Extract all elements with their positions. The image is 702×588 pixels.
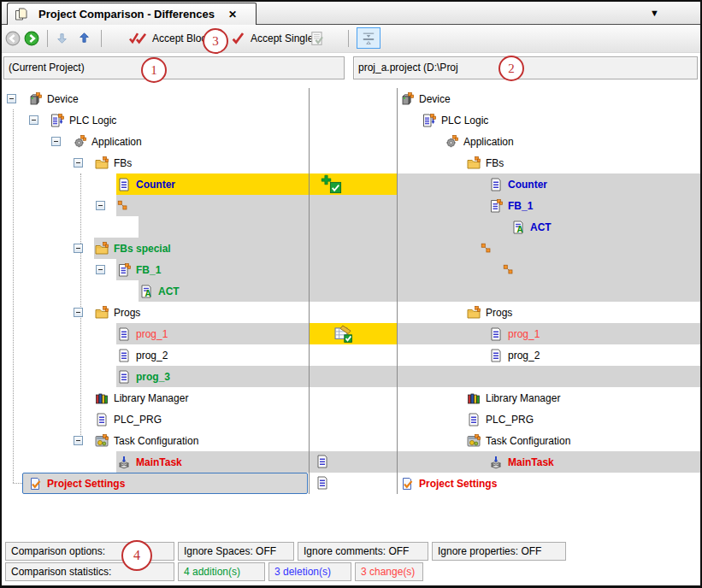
task-configuration-icon (467, 434, 481, 448)
document-check-icon (310, 31, 325, 46)
fb-pou-icon (117, 263, 131, 277)
table-row[interactable]: FB_1 (2, 259, 700, 280)
accept-block-button[interactable]: Accept Block (128, 31, 211, 45)
table-row[interactable]: prog_3 (2, 366, 700, 387)
collapse-expander[interactable] (74, 244, 83, 253)
move-down-button[interactable] (55, 31, 69, 45)
project-settings-icon (400, 477, 414, 491)
compare-documents-icon (15, 8, 28, 21)
document-icon (316, 455, 329, 468)
table-row[interactable]: MainTask MainTask (2, 451, 700, 473)
table-row[interactable]: PLC_PRG PLC_PRG (2, 409, 700, 430)
table-row[interactable]: prog_2 prog_2 (2, 344, 700, 366)
collapse-expander[interactable] (74, 158, 83, 168)
comparison-statistics-label: Comparison statistics: (5, 562, 174, 581)
ignore-comments-status: Ignore comments: OFF (298, 542, 428, 561)
single-check-icon (231, 31, 245, 45)
collapse-expander[interactable] (74, 436, 83, 445)
toolbar: Accept Block Accept Single (2, 25, 700, 53)
table-row[interactable]: Library Manager Library Manager (2, 387, 700, 409)
folder-icon (467, 306, 481, 320)
project-settings-icon (28, 477, 42, 491)
link-placeholder-icon (503, 264, 514, 275)
ignore-properties-status: Ignore properties: OFF (432, 542, 566, 561)
folder-icon (467, 156, 481, 170)
back-circle-icon (5, 31, 21, 46)
task-icon (489, 456, 503, 469)
tree-item-label: ACT (530, 221, 552, 233)
table-row[interactable]: Counter Counter (2, 173, 700, 195)
pou-icon (467, 413, 481, 426)
plc-logic-icon (50, 114, 64, 127)
pou-icon (117, 178, 131, 191)
next-difference-button[interactable] (24, 31, 39, 46)
double-check-icon (128, 31, 147, 45)
tree-item-label: prog_1 (136, 328, 168, 340)
tree-item-label: MainTask (508, 456, 554, 468)
additions-count: 4 addition(s) (178, 562, 265, 581)
right-project-header: proj_a.project (D:\Proj (353, 56, 698, 79)
tab-close-icon[interactable]: ✕ (228, 9, 237, 21)
library-manager-icon (467, 391, 481, 405)
tree-item-label: FBs (486, 157, 504, 169)
tab-title: Project Comparison - Differences (38, 8, 215, 21)
folder-icon (95, 242, 109, 256)
collapse-expander[interactable] (96, 201, 105, 210)
collapse-expander[interactable] (51, 137, 61, 146)
tree-item-label: prog_2 (508, 350, 540, 362)
pou-icon (117, 349, 131, 362)
table-row[interactable]: Progs Progs (2, 302, 700, 323)
tab-project-comparison[interactable]: Project Comparison - Differences ✕ (7, 3, 257, 25)
table-row[interactable]: Device Device (2, 88, 700, 109)
toolbar-separator (47, 30, 48, 47)
deletions-count: 3 deletion(s) (268, 562, 351, 581)
table-row[interactable]: FBs special (2, 238, 700, 259)
tree-item-label: Library Manager (114, 392, 188, 404)
collapse-expander[interactable] (7, 94, 16, 103)
table-row[interactable]: prog_1 prog_1 (2, 323, 700, 344)
application-icon (73, 135, 86, 149)
show-differences-toggle[interactable] (357, 27, 380, 49)
annotation-circle-3: 3 (203, 28, 228, 54)
table-row[interactable]: ACT (2, 280, 700, 302)
previous-difference-button[interactable] (5, 31, 21, 46)
device-icon (28, 92, 42, 106)
forward-circle-icon (24, 31, 39, 46)
action-icon (139, 285, 153, 298)
table-row[interactable]: FB_1 (2, 195, 700, 216)
table-row[interactable]: PLC Logic PLC Logic (2, 109, 700, 131)
differences-filter-icon (361, 31, 376, 46)
pou-icon (489, 349, 503, 362)
task-icon (117, 456, 131, 469)
pou-icon (489, 327, 503, 341)
plc-logic-icon (422, 114, 436, 127)
collapse-expander[interactable] (29, 115, 38, 125)
folder-icon (95, 156, 109, 170)
pou-icon (117, 370, 131, 384)
down-arrow-icon (55, 31, 69, 45)
table-row[interactable]: ACT (2, 216, 700, 238)
table-row[interactable]: FBs FBs (2, 152, 700, 173)
tree-item-label: PLC Logic (69, 115, 116, 126)
accepted-checkbox-icon[interactable] (329, 181, 342, 194)
tab-list-dropdown-icon[interactable]: ▼ (650, 8, 659, 18)
collapse-expander[interactable] (96, 265, 105, 274)
accept-values-button[interactable] (310, 31, 325, 46)
project-comparison-window: Project Comparison - Differences ✕ ▼ Acc… (0, 0, 702, 588)
tree-item-label: FBs (114, 157, 132, 169)
accept-single-button[interactable]: Accept Single (231, 31, 313, 45)
table-row[interactable]: Project Settings Project Settings (2, 473, 700, 494)
tree-item-label: ACT (158, 285, 180, 297)
tree-item-label: MainTask (136, 456, 182, 468)
collapse-expander[interactable] (74, 308, 83, 317)
accept-change-icon[interactable] (334, 325, 352, 343)
table-row[interactable]: Application Application (2, 131, 700, 152)
tree-item-label: Device (47, 93, 79, 105)
document-icon (316, 476, 329, 490)
tree-item-label: Application (463, 136, 514, 148)
tree-item-label: Progs (486, 307, 512, 319)
table-row[interactable]: Task Configuration Task Configuration (2, 430, 700, 451)
move-up-button[interactable] (77, 31, 91, 45)
tree-item-label: prog_1 (508, 328, 540, 340)
device-icon (400, 92, 414, 106)
